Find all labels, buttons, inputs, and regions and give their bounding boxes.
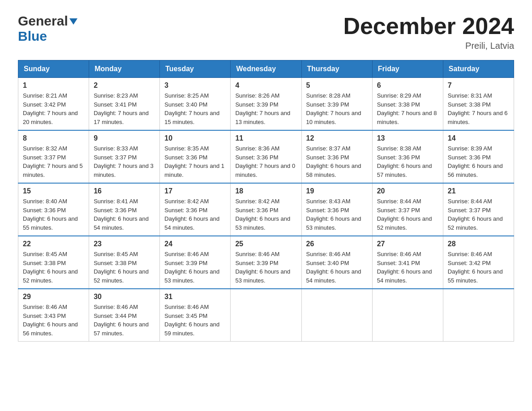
day-info: Sunrise: 8:33 AM Sunset: 3:37 PM Dayligh… [94, 144, 155, 179]
calendar-day-15: 15 Sunrise: 8:40 AM Sunset: 3:36 PM Dayl… [18, 183, 89, 236]
logo-triangle-icon [69, 18, 77, 25]
calendar-day-14: 14 Sunrise: 8:39 AM Sunset: 3:36 PM Dayl… [443, 130, 514, 183]
day-number: 12 [306, 134, 368, 142]
day-number: 23 [94, 240, 155, 248]
calendar-day-10: 10 Sunrise: 8:35 AM Sunset: 3:36 PM Dayl… [160, 130, 231, 183]
calendar-day-17: 17 Sunrise: 8:42 AM Sunset: 3:36 PM Dayl… [160, 183, 231, 236]
calendar-header-row: Sunday Monday Tuesday Wednesday Thursday… [18, 60, 514, 78]
day-info: Sunrise: 8:46 AM Sunset: 3:43 PM Dayligh… [23, 303, 84, 338]
header-sunday: Sunday [18, 60, 89, 78]
day-info: Sunrise: 8:45 AM Sunset: 3:38 PM Dayligh… [94, 250, 155, 285]
calendar-day-3: 3 Sunrise: 8:25 AM Sunset: 3:40 PM Dayli… [160, 78, 231, 131]
calendar-day-2: 2 Sunrise: 8:23 AM Sunset: 3:41 PM Dayli… [89, 78, 160, 131]
day-info: Sunrise: 8:32 AM Sunset: 3:37 PM Dayligh… [23, 144, 84, 179]
day-info: Sunrise: 8:41 AM Sunset: 3:36 PM Dayligh… [94, 197, 155, 232]
calendar-day-5: 5 Sunrise: 8:28 AM Sunset: 3:39 PM Dayli… [301, 78, 372, 131]
day-number: 22 [23, 240, 84, 248]
calendar-day-16: 16 Sunrise: 8:41 AM Sunset: 3:36 PM Dayl… [89, 183, 160, 236]
day-info: Sunrise: 8:46 AM Sunset: 3:42 PM Dayligh… [448, 250, 509, 285]
day-info: Sunrise: 8:29 AM Sunset: 3:38 PM Dayligh… [377, 91, 438, 126]
day-number: 5 [306, 81, 368, 90]
header-tuesday: Tuesday [160, 60, 231, 78]
day-number: 26 [306, 240, 368, 248]
day-info: Sunrise: 8:46 AM Sunset: 3:39 PM Dayligh… [235, 250, 296, 285]
calendar-day-31: 31 Sunrise: 8:46 AM Sunset: 3:45 PM Dayl… [160, 289, 231, 342]
day-info: Sunrise: 8:37 AM Sunset: 3:36 PM Dayligh… [306, 144, 368, 179]
calendar-day-21: 21 Sunrise: 8:44 AM Sunset: 3:37 PM Dayl… [443, 183, 514, 236]
calendar-day-22: 22 Sunrise: 8:45 AM Sunset: 3:38 PM Dayl… [18, 236, 89, 289]
day-number: 17 [164, 187, 226, 195]
calendar-day-20: 20 Sunrise: 8:44 AM Sunset: 3:37 PM Dayl… [372, 183, 443, 236]
logo: General Blue [18, 13, 77, 44]
day-info: Sunrise: 8:42 AM Sunset: 3:36 PM Dayligh… [235, 197, 296, 232]
calendar-day-6: 6 Sunrise: 8:29 AM Sunset: 3:38 PM Dayli… [372, 78, 443, 131]
day-number: 19 [306, 187, 368, 195]
calendar-empty-4-5 [372, 289, 443, 342]
calendar-empty-4-6 [443, 289, 514, 342]
day-info: Sunrise: 8:43 AM Sunset: 3:36 PM Dayligh… [306, 197, 368, 232]
calendar-day-7: 7 Sunrise: 8:31 AM Sunset: 3:38 PM Dayli… [443, 78, 514, 131]
day-number: 11 [235, 134, 296, 142]
day-number: 2 [94, 81, 155, 90]
day-info: Sunrise: 8:28 AM Sunset: 3:39 PM Dayligh… [306, 91, 368, 126]
calendar-empty-4-3 [231, 289, 301, 342]
day-info: Sunrise: 8:46 AM Sunset: 3:41 PM Dayligh… [377, 250, 438, 285]
day-number: 7 [448, 81, 509, 90]
logo-blue-text: Blue [18, 29, 47, 43]
header-monday: Monday [89, 60, 160, 78]
day-number: 6 [377, 81, 438, 90]
day-number: 18 [235, 187, 296, 195]
calendar-day-18: 18 Sunrise: 8:42 AM Sunset: 3:36 PM Dayl… [231, 183, 301, 236]
calendar-day-25: 25 Sunrise: 8:46 AM Sunset: 3:39 PM Dayl… [231, 236, 301, 289]
calendar-week-2: 8 Sunrise: 8:32 AM Sunset: 3:37 PM Dayli… [18, 130, 514, 183]
day-info: Sunrise: 8:39 AM Sunset: 3:36 PM Dayligh… [448, 144, 509, 179]
day-number: 15 [23, 187, 84, 195]
day-info: Sunrise: 8:46 AM Sunset: 3:44 PM Dayligh… [94, 303, 155, 338]
day-number: 20 [377, 187, 438, 195]
calendar-week-1: 1 Sunrise: 8:21 AM Sunset: 3:42 PM Dayli… [18, 78, 514, 131]
day-info: Sunrise: 8:25 AM Sunset: 3:40 PM Dayligh… [164, 91, 226, 126]
day-number: 3 [164, 81, 226, 90]
calendar-week-3: 15 Sunrise: 8:40 AM Sunset: 3:36 PM Dayl… [18, 183, 514, 236]
calendar-day-12: 12 Sunrise: 8:37 AM Sunset: 3:36 PM Dayl… [301, 130, 372, 183]
calendar-day-11: 11 Sunrise: 8:36 AM Sunset: 3:36 PM Dayl… [231, 130, 301, 183]
calendar-day-23: 23 Sunrise: 8:45 AM Sunset: 3:38 PM Dayl… [89, 236, 160, 289]
day-number: 21 [448, 187, 509, 195]
calendar-day-8: 8 Sunrise: 8:32 AM Sunset: 3:37 PM Dayli… [18, 130, 89, 183]
day-info: Sunrise: 8:36 AM Sunset: 3:36 PM Dayligh… [235, 144, 296, 179]
logo-general-text: General [18, 13, 68, 29]
day-info: Sunrise: 8:46 AM Sunset: 3:40 PM Dayligh… [306, 250, 368, 285]
calendar-day-30: 30 Sunrise: 8:46 AM Sunset: 3:44 PM Dayl… [89, 289, 160, 342]
day-info: Sunrise: 8:46 AM Sunset: 3:45 PM Dayligh… [164, 303, 226, 338]
calendar-table: Sunday Monday Tuesday Wednesday Thursday… [18, 60, 514, 342]
calendar-week-5: 29 Sunrise: 8:46 AM Sunset: 3:43 PM Dayl… [18, 289, 514, 342]
month-title: December 2024 [343, 13, 514, 39]
calendar-day-28: 28 Sunrise: 8:46 AM Sunset: 3:42 PM Dayl… [443, 236, 514, 289]
day-info: Sunrise: 8:46 AM Sunset: 3:39 PM Dayligh… [164, 250, 226, 285]
calendar-day-29: 29 Sunrise: 8:46 AM Sunset: 3:43 PM Dayl… [18, 289, 89, 342]
calendar-day-27: 27 Sunrise: 8:46 AM Sunset: 3:41 PM Dayl… [372, 236, 443, 289]
calendar-day-24: 24 Sunrise: 8:46 AM Sunset: 3:39 PM Dayl… [160, 236, 231, 289]
day-number: 30 [94, 293, 155, 301]
calendar-week-4: 22 Sunrise: 8:45 AM Sunset: 3:38 PM Dayl… [18, 236, 514, 289]
day-number: 27 [377, 240, 438, 248]
location-label: Preili, Latvia [343, 41, 514, 51]
header-wednesday: Wednesday [231, 60, 301, 78]
day-number: 10 [164, 134, 226, 142]
day-number: 16 [94, 187, 155, 195]
day-info: Sunrise: 8:26 AM Sunset: 3:39 PM Dayligh… [235, 91, 296, 126]
calendar-day-26: 26 Sunrise: 8:46 AM Sunset: 3:40 PM Dayl… [301, 236, 372, 289]
day-number: 1 [23, 81, 84, 90]
day-number: 8 [23, 134, 84, 142]
day-info: Sunrise: 8:44 AM Sunset: 3:37 PM Dayligh… [448, 197, 509, 232]
day-number: 4 [235, 81, 296, 90]
day-info: Sunrise: 8:42 AM Sunset: 3:36 PM Dayligh… [164, 197, 226, 232]
calendar-day-13: 13 Sunrise: 8:38 AM Sunset: 3:36 PM Dayl… [372, 130, 443, 183]
day-info: Sunrise: 8:35 AM Sunset: 3:36 PM Dayligh… [164, 144, 226, 179]
header-thursday: Thursday [301, 60, 372, 78]
page-header: General Blue December 2024 Preili, Latvi… [18, 13, 514, 51]
calendar-day-19: 19 Sunrise: 8:43 AM Sunset: 3:36 PM Dayl… [301, 183, 372, 236]
calendar-day-9: 9 Sunrise: 8:33 AM Sunset: 3:37 PM Dayli… [89, 130, 160, 183]
day-info: Sunrise: 8:31 AM Sunset: 3:38 PM Dayligh… [448, 91, 509, 126]
header-saturday: Saturday [443, 60, 514, 78]
